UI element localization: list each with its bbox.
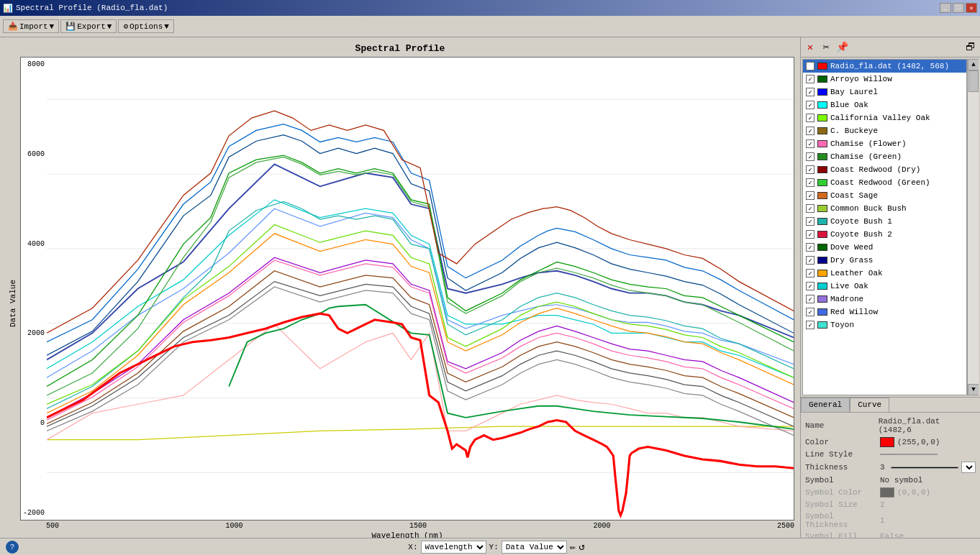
legend-item[interactable]: ✓C. Buckeye: [803, 124, 966, 137]
legend-item[interactable]: ✓Dove Weed: [803, 241, 966, 254]
legend-checkbox[interactable]: ✓: [806, 75, 815, 83]
options-button[interactable]: ⚙ Options ▼: [118, 19, 173, 33]
legend-item[interactable]: ✓Coast Redwood (Dry): [803, 163, 966, 176]
pin-icon[interactable]: 📌: [835, 41, 848, 54]
legend-checkbox[interactable]: ✓: [806, 243, 815, 252]
legend-item-label: Live Oak: [830, 282, 868, 290]
legend-checkbox[interactable]: ✓: [806, 127, 815, 135]
legend-checkbox[interactable]: ✓: [806, 178, 815, 187]
legend-item[interactable]: ✓Coast Redwood (Green): [803, 176, 966, 189]
legend-item[interactable]: ✓Coast Sage: [803, 189, 966, 202]
color-value: (255,0,0): [897, 438, 940, 446]
legend-checkbox[interactable]: ✓: [806, 204, 815, 213]
legend-item-label: Dove Weed: [830, 243, 873, 252]
symbol-color-label: Symbol Color: [805, 488, 877, 497]
legend-item[interactable]: ✓Dry Grass: [803, 254, 966, 267]
legend-item[interactable]: ✓Coyote Bush 2: [803, 228, 966, 241]
minimize-button[interactable]: _: [940, 3, 951, 13]
bottom-bar: ? X: Wavelength Y: Data Value ✏ ↺: [0, 538, 980, 555]
legend-item[interactable]: ✓Live Oak: [803, 280, 966, 293]
legend-checkbox[interactable]: ✓: [806, 256, 815, 265]
legend-checkbox[interactable]: ✓: [806, 282, 815, 290]
scissors-icon[interactable]: ✂: [820, 41, 832, 54]
legend-checkbox[interactable]: ✓: [806, 101, 815, 109]
legend-item[interactable]: ✓California Valley Oak: [803, 111, 966, 124]
title-bar: 📊 Spectral Profile (Radio_fla.dat) _ □ ✕: [0, 0, 980, 16]
options-dropdown-icon: ▼: [164, 22, 169, 31]
symbol-size-row: Symbol Size 2: [805, 500, 976, 509]
legend-item-label: Chamise (Flower): [830, 139, 907, 148]
legend-checkbox[interactable]: ✓: [806, 152, 815, 161]
curve-tab-content: Name Radio_fla.dat (1482,6 Color (255,0,…: [801, 412, 980, 555]
legend-checkbox[interactable]: ✓: [806, 230, 815, 239]
legend-area[interactable]: ✓Radio_fla.dat (1482, 568)✓Arroyo Willow…: [802, 59, 967, 395]
legend-checkbox[interactable]: ✓: [806, 321, 815, 329]
legend-item[interactable]: ✓Chamise (Flower): [803, 137, 966, 150]
legend-color-swatch: [817, 295, 827, 303]
help-button[interactable]: ?: [6, 541, 19, 554]
color-swatch[interactable]: [880, 437, 894, 447]
y-tick-4000: 4000: [21, 240, 47, 248]
legend-item[interactable]: ✓Bay Laurel: [803, 86, 966, 98]
import-dropdown-icon: ▼: [50, 22, 55, 31]
legend-color-swatch: [817, 244, 827, 251]
legend-item[interactable]: ✓Madrone: [803, 293, 966, 306]
legend-checkbox[interactable]: ✓: [806, 308, 815, 316]
tab-curve[interactable]: Curve: [850, 398, 889, 412]
legend-item[interactable]: ✓Common Buck Bush: [803, 202, 966, 215]
y-tick-8000: 8000: [21, 60, 47, 68]
chart-title: Spectral Profile: [6, 43, 794, 54]
chart-plot[interactable]: 8000 6000 4000 2000 0 -2000: [20, 57, 794, 520]
thickness-row: Thickness 3 ▼: [805, 462, 976, 473]
legend-checkbox[interactable]: ✓: [806, 139, 815, 148]
legend-checkbox[interactable]: ✓: [806, 114, 815, 122]
thickness-select[interactable]: ▼: [961, 462, 976, 473]
legend-item[interactable]: ✓Blue Oak: [803, 98, 966, 111]
legend-checkbox[interactable]: ✓: [806, 217, 815, 226]
legend-checkbox[interactable]: ✓: [806, 269, 815, 278]
legend-item[interactable]: ✓Arroyo Willow: [803, 73, 966, 86]
tab-general[interactable]: General: [801, 398, 850, 412]
symbol-thickness-row: Symbol Thickness 1: [805, 512, 976, 529]
legend-color-swatch: [817, 321, 827, 329]
y-tick-neg2000: -2000: [21, 509, 47, 517]
scroll-down-button[interactable]: ▼: [968, 384, 979, 395]
y-tick-6000: 6000: [21, 150, 47, 158]
scroll-thumb[interactable]: [968, 70, 979, 92]
line-style-selector[interactable]: [880, 454, 938, 455]
legend-checkbox[interactable]: ✓: [806, 88, 815, 96]
legend-checkbox[interactable]: ✓: [806, 191, 815, 200]
maximize-button[interactable]: □: [953, 3, 964, 13]
window-title: Spectral Profile (Radio_fla.dat): [16, 4, 168, 12]
legend-item[interactable]: ✓Coyote Bush 1: [803, 215, 966, 228]
export-button[interactable]: 💾 Export ▼: [60, 19, 117, 33]
legend-item[interactable]: ✓Toyon: [803, 318, 966, 331]
x-axis-control-label: X:: [408, 543, 417, 551]
legend-checkbox[interactable]: ✓: [806, 165, 815, 174]
legend-item-label: Radio_fla.dat (1482, 568): [830, 62, 949, 70]
restore-icon[interactable]: 🗗: [964, 41, 977, 54]
legend-scrollbar[interactable]: ▲ ▼: [967, 59, 979, 395]
close-button[interactable]: ✕: [966, 3, 977, 13]
refresh-icon[interactable]: ↺: [579, 541, 584, 553]
edit-icon[interactable]: ✏: [570, 541, 576, 553]
import-button[interactable]: 📥 Import ▼: [3, 19, 59, 33]
legend-container: ✓Radio_fla.dat (1482, 568)✓Arroyo Willow…: [802, 59, 979, 395]
legend-color-swatch: [817, 308, 827, 316]
chart-inner: 8000 6000 4000 2000 0 -2000: [20, 57, 794, 549]
legend-item[interactable]: ✓Chamise (Green): [803, 150, 966, 163]
symbol-color-row: Symbol Color (0,0,0): [805, 487, 976, 497]
x-axis-select[interactable]: Wavelength: [421, 541, 486, 554]
legend-checkbox[interactable]: ✓: [806, 295, 815, 303]
close-icon[interactable]: ✕: [804, 41, 817, 54]
legend-item[interactable]: ✓Leather Oak: [803, 267, 966, 280]
symbol-size-value: 2: [880, 500, 885, 509]
legend-item[interactable]: ✓Red Willow: [803, 306, 966, 318]
legend-item-label: Bay Laurel: [830, 88, 878, 96]
legend-item[interactable]: ✓Radio_fla.dat (1482, 568): [803, 60, 966, 73]
scroll-up-button[interactable]: ▲: [968, 59, 979, 70]
legend-color-swatch: [817, 270, 827, 277]
legend-checkbox[interactable]: ✓: [806, 62, 815, 70]
legend-color-swatch: [817, 257, 827, 264]
y-axis-select[interactable]: Data Value: [502, 541, 567, 554]
